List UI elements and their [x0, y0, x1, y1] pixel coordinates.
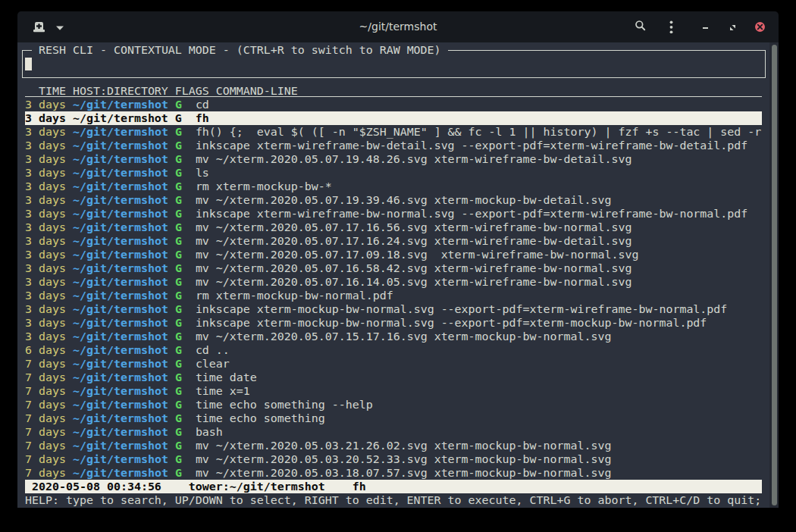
- row-directory: ~/git/termshot: [73, 275, 168, 289]
- kebab-menu-icon: [669, 20, 673, 33]
- row-directory: ~/git/termshot: [73, 412, 168, 425]
- row-command: clear: [196, 357, 230, 371]
- row-directory: ~/git/termshot: [73, 371, 168, 384]
- history-row[interactable]: 7 days ~/git/termshot G mv ~/xterm.2020.…: [18, 452, 769, 466]
- row-flags: G: [175, 193, 182, 207]
- row-age: 3 days: [25, 193, 66, 207]
- row-age: 3 days: [25, 330, 66, 343]
- history-row[interactable]: 7 days ~/git/termshot G clear: [18, 357, 769, 371]
- row-command: mv ~/xterm.2020.05.03.20.52.33.svg xterm…: [196, 452, 612, 466]
- history-row[interactable]: 3 days ~/git/termshot G mv ~/xterm.2020.…: [18, 152, 769, 166]
- terminal-screen: RESH CLI - CONTEXTUAL MODE - (CTRL+R to …: [18, 43, 769, 507]
- minimize-button[interactable]: [703, 27, 708, 29]
- row-flags: G: [175, 371, 182, 384]
- row-directory: ~/git/termshot: [73, 193, 168, 207]
- search-input-line[interactable]: [18, 57, 769, 70]
- row-flags: G: [175, 248, 182, 261]
- row-command: mv ~/xterm.2020.05.07.16.58.42.svg xterm…: [196, 261, 632, 275]
- titlebar: ~/git/termshot: [17, 11, 779, 42]
- row-command: time echo something --help: [196, 398, 373, 412]
- history-row[interactable]: 3 days ~/git/termshot G inkscape xterm-w…: [18, 139, 769, 152]
- row-age: 3 days: [25, 166, 66, 180]
- history-row[interactable]: 3 days ~/git/termshot G inkscape xterm-m…: [18, 302, 769, 316]
- row-command: mv ~/xterm.2020.05.07.17.16.56.svg xterm…: [196, 221, 632, 234]
- row-age: 3 days: [25, 302, 66, 316]
- history-row[interactable]: 3 days ~/git/termshot G inkscape xterm-w…: [18, 207, 769, 221]
- history-row[interactable]: 7 days ~/git/termshot G time echo someth…: [18, 398, 769, 412]
- row-age: 7 days: [25, 466, 66, 480]
- row-directory: ~/git/termshot: [73, 398, 168, 412]
- row-command: mv ~/xterm.2020.05.07.19.39.46.svg xterm…: [196, 193, 612, 207]
- history-row[interactable]: 3 days ~/git/termshot G rm xterm-mockup-…: [18, 180, 769, 193]
- row-command: mv ~/xterm.2020.05.07.16.14.05.svg xterm…: [196, 275, 632, 289]
- row-directory: ~/git/termshot: [73, 316, 168, 330]
- row-directory: ~/git/termshot: [73, 466, 168, 480]
- history-row[interactable]: 7 days ~/git/termshot G time echo someth…: [18, 412, 769, 425]
- history-row[interactable]: 3 days ~/git/termshot G cd: [18, 98, 769, 111]
- history-row[interactable]: 3 days ~/git/termshot G mv ~/xterm.2020.…: [18, 193, 769, 207]
- history-row[interactable]: 3 days ~/git/termshot G mv ~/xterm.2020.…: [18, 261, 769, 275]
- history-row[interactable]: 3 days ~/git/termshot G mv ~/xterm.2020.…: [18, 234, 769, 248]
- row-command: fh() {; eval $( ([ -n "$ZSH_NAME" ] && f…: [196, 125, 761, 139]
- row-directory: ~/git/termshot: [73, 234, 168, 248]
- scrollbar-thumb[interactable]: [772, 45, 777, 505]
- history-row[interactable]: 3 days ~/git/termshot G mv ~/xterm.2020.…: [18, 330, 769, 343]
- row-age: 3 days: [25, 98, 66, 111]
- row-age: 3 days: [25, 180, 66, 193]
- frame-border-right: [765, 50, 766, 78]
- row-age: 7 days: [25, 425, 66, 439]
- row-flags: G: [175, 398, 182, 412]
- close-button[interactable]: [755, 22, 765, 32]
- row-directory: ~/git/termshot: [73, 330, 168, 343]
- history-row[interactable]: 3 days ~/git/termshot G fh: [18, 111, 769, 125]
- row-age: 3 days: [25, 152, 66, 166]
- history-row[interactable]: 3 days ~/git/termshot G mv ~/xterm.2020.…: [18, 275, 769, 289]
- history-row[interactable]: 7 days ~/git/termshot G mv ~/xterm.2020.…: [18, 466, 769, 480]
- row-command: time date: [196, 371, 257, 384]
- menu-button[interactable]: [669, 20, 673, 33]
- row-command: cd ..: [196, 343, 230, 357]
- row-directory: ~/git/termshot: [73, 302, 168, 316]
- history-row[interactable]: 3 days ~/git/termshot G mv ~/xterm.2020.…: [18, 221, 769, 234]
- history-row[interactable]: 6 days ~/git/termshot G cd ..: [18, 343, 769, 357]
- history-row[interactable]: 3 days ~/git/termshot G fh() {; eval $( …: [18, 125, 769, 139]
- row-directory: ~/git/termshot: [73, 384, 168, 398]
- row-flags: G: [175, 234, 182, 248]
- history-row[interactable]: 7 days ~/git/termshot G time date: [18, 371, 769, 384]
- window-title: ~/git/termshot: [17, 11, 779, 42]
- row-age: 7 days: [25, 452, 66, 466]
- row-directory: ~/git/termshot: [73, 221, 168, 234]
- row-age: 3 days: [25, 139, 66, 152]
- row-directory: ~/git/termshot: [73, 357, 168, 371]
- row-directory: ~/git/termshot: [73, 289, 168, 302]
- row-age: 7 days: [25, 439, 66, 452]
- row-flags: G: [175, 98, 182, 111]
- history-row[interactable]: 7 days ~/git/termshot G bash: [18, 425, 769, 439]
- row-command: rm xterm-mockup-bw-normal.pdf: [196, 289, 393, 302]
- row-command: inkscape xterm-mockup-bw-normal.svg --ex…: [196, 316, 707, 330]
- row-age: 7 days: [25, 357, 66, 371]
- row-command: ls: [196, 166, 209, 180]
- frame-border-top-left: [22, 50, 32, 51]
- row-age: 3 days: [25, 125, 66, 139]
- row-flags: G: [175, 139, 182, 152]
- row-flags: G: [175, 152, 182, 166]
- history-row[interactable]: 3 days ~/git/termshot G ls: [18, 166, 769, 180]
- history-row[interactable]: 7 days ~/git/termshot G time x=1: [18, 384, 769, 398]
- row-command: rm xterm-mockup-bw-*: [196, 180, 332, 193]
- row-flags: G: [175, 412, 182, 425]
- history-row[interactable]: 3 days ~/git/termshot G mv ~/xterm.2020.…: [18, 248, 769, 261]
- resh-frame-title: RESH CLI - CONTEXTUAL MODE - (CTRL+R to …: [39, 43, 441, 57]
- search-button[interactable]: [635, 20, 647, 32]
- row-command: mv ~/xterm.2020.05.07.17.09.18.svg xterm…: [196, 248, 639, 261]
- row-flags: G: [175, 207, 182, 221]
- row-flags: G: [175, 330, 182, 343]
- row-command: time x=1: [196, 384, 250, 398]
- history-row[interactable]: 7 days ~/git/termshot G mv ~/xterm.2020.…: [18, 439, 769, 452]
- row-directory: ~/git/termshot: [73, 248, 168, 261]
- row-command: inkscape xterm-wireframe-bw-detail.svg -…: [196, 139, 747, 152]
- row-command: cd: [196, 98, 209, 111]
- history-row[interactable]: 3 days ~/git/termshot G rm xterm-mockup-…: [18, 289, 769, 302]
- restore-button[interactable]: [730, 25, 735, 30]
- history-row[interactable]: 3 days ~/git/termshot G inkscape xterm-m…: [18, 316, 769, 330]
